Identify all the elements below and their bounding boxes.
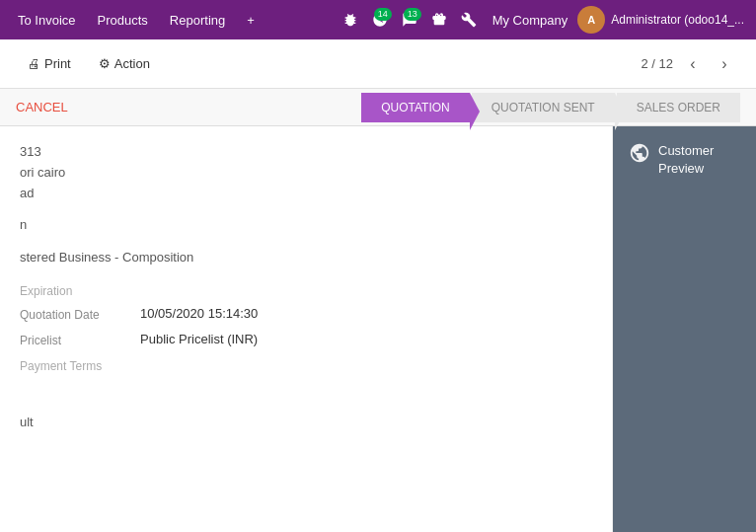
chat-icon[interactable]: 13 <box>396 6 423 34</box>
address-line-2: ori cairo <box>20 163 592 184</box>
address-line-1: 313 <box>20 142 592 163</box>
pagination-area: 2 / 12 ‹ › <box>641 52 736 76</box>
quotation-date-value: 10/05/2020 15:14:30 <box>140 306 258 321</box>
nav-reporting[interactable]: Reporting <box>160 7 235 34</box>
prev-button[interactable]: ‹ <box>681 52 705 76</box>
status-steps: QUOTATION QUOTATION SENT SALES ORDER <box>361 93 740 122</box>
quotation-date-row: Quotation Date 10/05/2020 15:14:30 <box>20 306 592 322</box>
step-quotation-sent[interactable]: QUOTATION SENT <box>472 93 615 122</box>
chat-badge: 13 <box>404 8 421 21</box>
pricelist-value: Public Pricelist (INR) <box>140 332 258 346</box>
customer-preview-label: Customer Preview <box>658 142 740 178</box>
main-content: 313 ori cairo ad n stered Business - Com… <box>0 126 756 532</box>
print-button[interactable]: 🖨 Print <box>20 52 79 75</box>
pricelist-label: Pricelist <box>20 332 128 347</box>
nav-add[interactable]: + <box>237 7 265 34</box>
pricelist-row: Pricelist Public Pricelist (INR) <box>20 332 592 347</box>
action-bar: 🖨 Print ⚙ Action 2 / 12 ‹ › <box>0 39 756 89</box>
next-button[interactable]: › <box>713 52 736 76</box>
address-line-3: ad <box>20 184 592 204</box>
left-panel: 313 ori cairo ad n stered Business - Com… <box>0 126 613 532</box>
pagination-text: 2 / 12 <box>641 56 673 71</box>
bottom-line: ult <box>20 413 592 433</box>
printer-icon: 🖨 <box>28 56 40 71</box>
step-quotation[interactable]: QUOTATION <box>361 93 470 122</box>
address-line-4: n <box>20 215 592 236</box>
globe-icon <box>629 142 650 169</box>
cancel-button[interactable]: CANCEL <box>16 100 68 114</box>
right-panel: Customer Preview <box>613 126 756 532</box>
nav-products[interactable]: Products <box>88 7 158 34</box>
action-label: Action <box>114 56 150 71</box>
company-name[interactable]: My Company <box>485 13 576 28</box>
step-sales-order[interactable]: SALES ORDER <box>617 93 740 122</box>
avatar[interactable]: A <box>577 6 605 34</box>
clock-icon[interactable]: 14 <box>366 6 394 34</box>
clock-badge: 14 <box>374 8 392 21</box>
address-block-2: n <box>20 215 592 236</box>
address-block-3: stered Business - Composition <box>20 248 592 268</box>
bug-icon[interactable] <box>337 6 364 34</box>
print-label: Print <box>44 56 71 71</box>
customer-preview-button[interactable]: Customer Preview <box>613 126 756 532</box>
status-bar: CANCEL QUOTATION QUOTATION SENT SALES OR… <box>0 89 756 126</box>
nav-to-invoice[interactable]: To Invoice <box>8 7 86 34</box>
admin-label[interactable]: Administrator (odoo14_... <box>607 13 748 27</box>
gear-icon: ⚙ <box>99 56 111 71</box>
payment-terms-label: Payment Terms <box>20 357 128 373</box>
top-nav: To Invoice Products Reporting + 14 13 My… <box>0 0 756 39</box>
address-line-6: stered Business - Composition <box>20 248 592 268</box>
address-block: 313 ori cairo ad <box>20 142 592 203</box>
wrench-icon[interactable] <box>455 6 483 34</box>
quotation-date-label: Quotation Date <box>20 306 128 322</box>
payment-terms-row: Payment Terms <box>20 357 592 373</box>
action-button[interactable]: ⚙ Action <box>91 52 158 75</box>
gift-icon[interactable] <box>425 6 453 34</box>
expiration-label: Expiration <box>20 284 592 298</box>
